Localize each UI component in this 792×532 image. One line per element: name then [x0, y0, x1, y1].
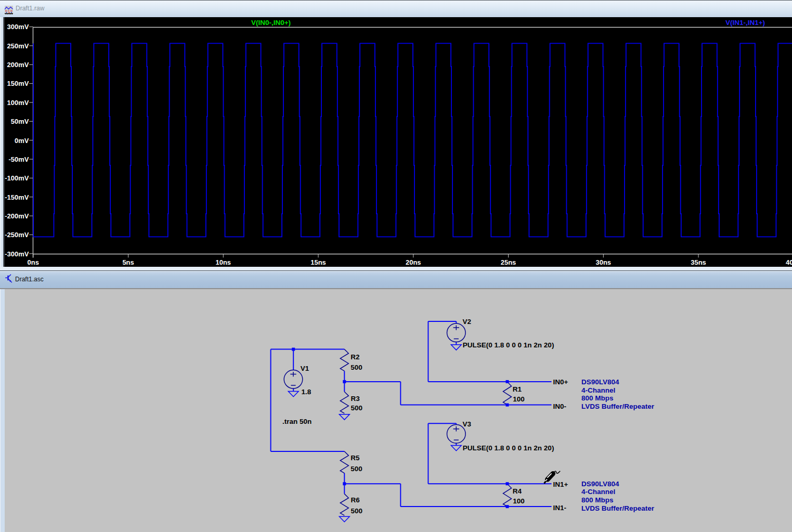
svg-text:100: 100 [513, 395, 525, 403]
svg-text:20ns: 20ns [406, 258, 421, 266]
svg-text:IN1-: IN1- [553, 503, 566, 511]
svg-text:500: 500 [350, 363, 362, 371]
svg-text:500: 500 [350, 404, 362, 412]
svg-text:100: 100 [513, 497, 525, 505]
svg-text:R3: R3 [350, 394, 360, 402]
svg-text:800 Mbps: 800 Mbps [581, 394, 614, 402]
svg-text:.tran 50n: .tran 50n [282, 418, 311, 425]
svg-text:500: 500 [350, 507, 362, 515]
svg-text:LVDS Buffer/Repeater: LVDS Buffer/Repeater [581, 504, 655, 512]
svg-text:PULSE(0 1.8 0 0 0 1n 2n 20): PULSE(0 1.8 0 0 0 1n 2n 20) [463, 341, 554, 349]
svg-text:150mV: 150mV [7, 80, 29, 87]
svg-text:200mV: 200mV [7, 61, 29, 69]
svg-text:30ns: 30ns [595, 258, 611, 266]
svg-text:PULSE(0 1.8 0 0 0 1n 2n 20): PULSE(0 1.8 0 0 0 1n 2n 20) [463, 444, 554, 451]
svg-text:-200mV: -200mV [5, 212, 29, 220]
svg-text:50mV: 50mV [11, 118, 29, 125]
svg-text:IN0+: IN0+ [553, 378, 568, 386]
svg-text:4-Channel: 4-Channel [581, 386, 615, 394]
svg-text:500: 500 [350, 465, 362, 473]
svg-text:300mV: 300mV [7, 23, 29, 31]
svg-text:4-Channel: 4-Channel [581, 488, 615, 496]
svg-text:V(IN0-,IN0+): V(IN0-,IN0+) [251, 19, 291, 27]
svg-text:LVDS Buffer/Repeater: LVDS Buffer/Repeater [581, 403, 655, 410]
svg-text:-50mV: -50mV [8, 155, 29, 163]
svg-text:1.8: 1.8 [301, 388, 311, 396]
svg-text:R2: R2 [350, 353, 359, 361]
svg-text:10ns: 10ns [215, 258, 231, 266]
svg-text:800 Mbps: 800 Mbps [581, 496, 614, 504]
svg-text:-150mV: -150mV [5, 193, 29, 201]
svg-text:0mV: 0mV [15, 137, 29, 145]
svg-text:R1: R1 [513, 385, 522, 393]
svg-text:V(IN1-,IN1+): V(IN1-,IN1+) [725, 19, 765, 27]
svg-text:DS90LV804: DS90LV804 [581, 378, 619, 386]
svg-text:V2: V2 [462, 318, 471, 326]
svg-text:R5: R5 [350, 454, 360, 462]
svg-text:IN1+: IN1+ [553, 481, 568, 488]
svg-text:35ns: 35ns [691, 258, 706, 266]
svg-text:250mV: 250mV [7, 42, 29, 50]
svg-text:V3: V3 [462, 420, 471, 428]
svg-text:15ns: 15ns [310, 258, 326, 266]
svg-text:25ns: 25ns [501, 258, 516, 266]
svg-text:R4: R4 [513, 487, 522, 495]
svg-text:DS90LV804: DS90LV804 [581, 480, 619, 488]
svg-text:-100mV: -100mV [5, 174, 29, 182]
svg-text:-250mV: -250mV [5, 231, 29, 239]
svg-text:100mV: 100mV [7, 99, 29, 107]
svg-text:-300mV: -300mV [5, 250, 29, 258]
svg-text:V1: V1 [301, 364, 309, 372]
svg-text:IN0-: IN0- [553, 403, 566, 410]
svg-text:5ns: 5ns [122, 258, 134, 266]
svg-text:40ns: 40ns [786, 258, 792, 266]
svg-text:R6: R6 [350, 496, 360, 504]
svg-text:0ns: 0ns [28, 258, 39, 266]
